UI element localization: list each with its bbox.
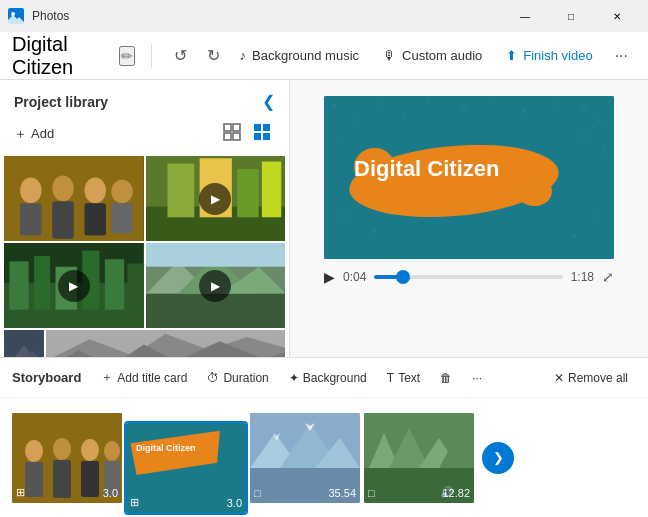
panel-title: Project library [14,94,108,110]
title-card-text: Digital Citizen [136,443,196,453]
svg-point-55 [553,103,556,106]
background-icon: ✦ [289,371,299,385]
background-music-button[interactable]: ♪ Background music [230,42,369,69]
sb-item-3-icon: □ [368,487,375,499]
storyboard-title: Storyboard [12,370,81,385]
remove-all-button[interactable]: ✕ Remove all [546,367,636,389]
storyboard-item-1[interactable]: Title card Digital Citizen ⊞ 3.0 [126,423,246,513]
main-content: Project library ❮ ＋ Add [0,80,648,357]
add-title-card-button[interactable]: ＋ Add title card [93,365,195,390]
storyboard-item-0[interactable]: ⊞ 3.0 [12,413,122,503]
edit-title-button[interactable]: ✏ [119,46,135,66]
svg-point-73 [53,438,71,460]
timeline-thumb[interactable] [396,270,410,284]
title-card-brush [130,430,222,475]
sb-item-2-duration: 35.54 [328,487,356,499]
svg-rect-72 [25,462,43,497]
custom-audio-button[interactable]: 🎙 Custom audio [373,42,492,69]
play-overlay-4[interactable]: ▶ [199,270,231,302]
media-thumb-4[interactable]: ▶ [146,243,286,328]
svg-point-60 [582,134,586,138]
svg-rect-76 [81,461,99,497]
svg-rect-39 [146,243,286,267]
media-strip-1[interactable]: ▲ [4,330,44,357]
svg-point-75 [81,439,99,461]
list-icon [253,123,271,141]
media-thumb-2[interactable]: ▶ [146,156,286,241]
play-overlay-3[interactable]: ▶ [58,270,90,302]
clock-icon: ⏱ [207,371,219,385]
music-icon: ♪ [240,48,247,63]
media-grid: ▶ ▶ [0,156,289,357]
svg-rect-8 [263,124,270,131]
svg-rect-25 [261,161,280,217]
titlebar-title: Photos [32,9,69,23]
delete-button[interactable]: 🗑 [432,367,460,389]
svg-rect-4 [233,124,240,131]
media-thumb-3[interactable]: ▶ [4,243,144,328]
svg-rect-15 [52,201,73,239]
svg-rect-10 [263,133,270,140]
svg-rect-24 [237,169,258,217]
svg-rect-13 [20,203,41,235]
time-total: 1:18 [571,270,594,284]
svg-point-12 [20,178,41,204]
storyboard-items: ⊞ 3.0 Title card Digital Citizen ⊞ 3.0 [0,398,648,517]
svg-point-16 [84,178,105,204]
sb-item-0-duration: 3.0 [103,487,118,499]
sb-item-0-icon: ⊞ [16,486,25,499]
timeline-track[interactable] [374,275,562,279]
svg-point-57 [598,120,601,123]
svg-rect-32 [105,259,124,309]
add-media-button[interactable]: ＋ Add [14,125,54,143]
svg-point-61 [603,150,606,153]
more-options-button[interactable]: ··· [607,41,636,71]
expand-button[interactable]: ⤢ [602,269,614,285]
titlebar-controls: — □ ✕ [502,0,640,32]
svg-point-77 [104,441,120,461]
duration-button[interactable]: ⏱ Duration [199,367,276,389]
add-label: Add [31,126,54,141]
close-button[interactable]: ✕ [594,0,640,32]
media-strip-2[interactable] [46,330,285,357]
svg-rect-29 [34,256,50,310]
preview-title: Digital Citizen [354,156,499,182]
remove-all-label: Remove all [568,371,628,385]
svg-point-53 [493,101,496,104]
left-panel: Project library ❮ ＋ Add [0,80,290,357]
svg-rect-28 [9,261,28,309]
play-overlay-2[interactable]: ▶ [199,183,231,215]
svg-point-18 [111,180,132,204]
svg-point-64 [593,215,596,218]
text-label: Text [398,371,420,385]
storyboard-item-2[interactable]: □ 35.54 [250,413,360,503]
maximize-button[interactable]: □ [548,0,594,32]
audio-icon: 🎙 [383,48,396,63]
svg-rect-7 [254,124,261,131]
undo-button[interactable]: ↺ [168,40,193,71]
sb-item-3-duration: 12.82 [442,487,470,499]
play-button[interactable]: ▶ [324,269,335,285]
sb-item-2-icon: □ [254,487,261,499]
text-button[interactable]: T Text [379,367,428,389]
media-thumb-1[interactable] [4,156,144,241]
svg-point-50 [403,113,406,116]
list-view-button[interactable] [249,119,275,148]
svg-rect-6 [233,133,240,140]
background-button[interactable]: ✦ Background [281,367,375,389]
minimize-button[interactable]: — [502,0,548,32]
redo-button[interactable]: ↻ [201,40,226,71]
more-sb-button[interactable]: ··· [464,367,490,389]
panel-collapse-button[interactable]: ❮ [262,92,275,111]
svg-point-56 [582,106,586,110]
svg-point-51 [427,99,431,103]
svg-point-47 [332,104,336,108]
finish-video-button[interactable]: ⬆ Finish video [496,42,602,69]
toolbar-actions: ♪ Background music 🎙 Custom audio ⬆ Fini… [230,41,636,71]
svg-rect-9 [254,133,261,140]
grid-view-button[interactable] [219,119,245,148]
next-storyboard-button[interactable]: ❯ [482,442,514,474]
storyboard-item-3[interactable]: □ 🔊 12.82 [364,413,474,503]
svg-point-48 [353,120,356,123]
duration-label: Duration [223,371,268,385]
